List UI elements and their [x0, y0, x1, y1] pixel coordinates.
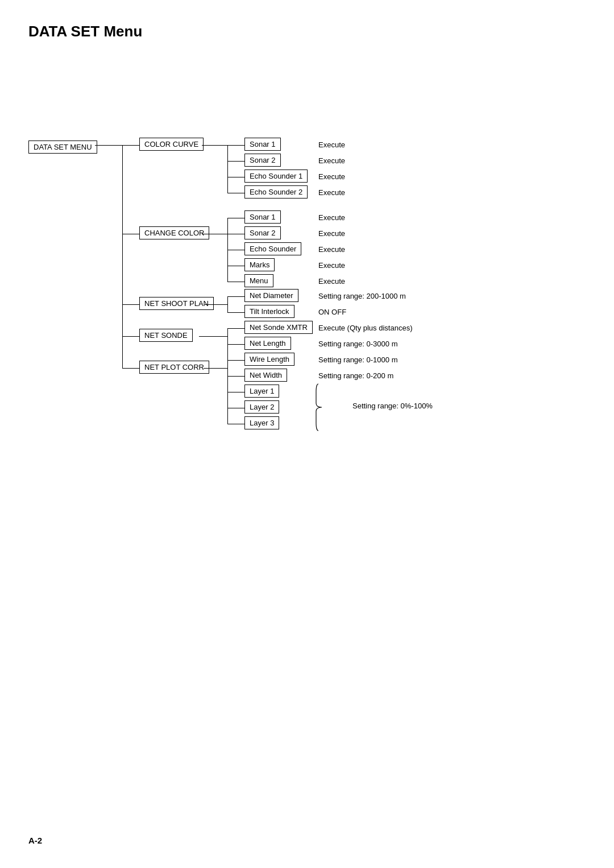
ns-net-length-value: Setting range: 0-3000 m: [318, 340, 397, 348]
nsp-tilt-interlock: Tilt Interlock: [244, 305, 294, 318]
nsp-net-diameter-value: Setting range: 200-1000 m: [318, 292, 406, 300]
ns-xmtr-value: Execute (Qty plus distances): [318, 324, 412, 332]
nsp-net-diameter: Net Diameter: [244, 289, 298, 302]
cc-sonar1: Sonar 1: [244, 138, 281, 151]
cc-echo1: Echo Sounder 1: [244, 170, 308, 183]
level1-net-sonde: NET SONDE: [139, 329, 193, 342]
ns-net-width-value: Setting range: 0-200 m: [318, 371, 393, 380]
chc-echo-value: Execute: [318, 245, 345, 254]
level1-net-shoot-plan: NET SHOOT PLAN: [139, 297, 214, 310]
chc-echo: Echo Sounder: [244, 242, 301, 255]
chc-sonar1-value: Execute: [318, 213, 345, 222]
chc-marks-value: Execute: [318, 261, 345, 270]
brace-svg: [314, 382, 348, 433]
chc-marks: Marks: [244, 258, 275, 271]
chc-menu: Menu: [244, 274, 273, 287]
diagram: DATA SET MENU COLOR CURVE Sonar 1 Execut…: [28, 56, 569, 386]
ns-net-width: Net Width: [244, 369, 287, 382]
nsp-tilt-interlock-value: ON OFF: [318, 308, 346, 316]
chc-sonar1: Sonar 1: [244, 210, 281, 224]
npc-layer3: Layer 3: [244, 416, 279, 429]
cc-sonar2: Sonar 2: [244, 154, 281, 167]
chc-menu-value: Execute: [318, 277, 345, 286]
cc-echo1-value: Execute: [318, 172, 345, 181]
ns-wire-length: Wire Length: [244, 353, 294, 366]
cc-sonar2-value: Execute: [318, 156, 345, 165]
level1-net-plot-corr: NET PLOT CORR: [139, 361, 209, 374]
footer-label: A-2: [28, 836, 42, 845]
chc-sonar2-value: Execute: [318, 229, 345, 238]
npc-layer1: Layer 1: [244, 385, 279, 398]
cc-sonar1-value: Execute: [318, 140, 345, 149]
ns-wire-length-value: Setting range: 0-1000 m: [318, 356, 397, 364]
ns-xmtr: Net Sonde XMTR: [244, 321, 313, 334]
ns-net-length: Net Length: [244, 337, 291, 350]
cc-echo2: Echo Sounder 2: [244, 185, 308, 199]
level1-color-curve: COLOR CURVE: [139, 138, 204, 151]
npc-layer2: Layer 2: [244, 400, 279, 414]
npc-setting-range: Setting range: 0%-100%: [352, 402, 433, 410]
page-title: DATA SET Menu: [28, 23, 586, 40]
root-node: DATA SET MENU: [28, 140, 97, 154]
cc-echo2-value: Execute: [318, 188, 345, 197]
chc-sonar2: Sonar 2: [244, 226, 281, 239]
level1-change-color: CHANGE COLOR: [139, 226, 209, 239]
